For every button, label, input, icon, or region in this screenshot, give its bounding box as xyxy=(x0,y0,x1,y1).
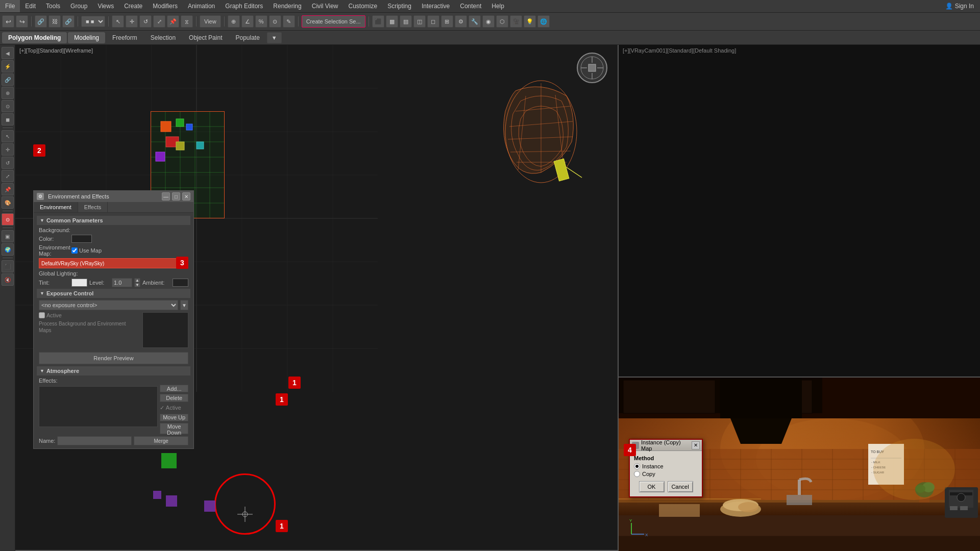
menu-tools[interactable]: Tools xyxy=(41,0,65,12)
menu-customize[interactable]: Customize xyxy=(344,0,383,12)
angle-snap[interactable]: ∠ xyxy=(241,15,254,28)
sb-btn1[interactable]: ◀ xyxy=(2,47,14,59)
menu-help[interactable]: Help xyxy=(486,0,509,12)
level-input[interactable] xyxy=(112,278,132,287)
menu-create[interactable]: Create xyxy=(119,0,148,12)
tb-icon3[interactable]: ▤ xyxy=(400,15,412,28)
bind-btn[interactable]: 🔗 xyxy=(62,15,75,28)
sb-btn16[interactable]: 🔇 xyxy=(2,273,14,286)
menu-group[interactable]: Group xyxy=(65,0,92,12)
sb-btn10[interactable]: ⤢ xyxy=(2,170,14,182)
menu-interactive[interactable]: Interactive xyxy=(416,0,455,12)
use-map-input[interactable] xyxy=(71,247,78,254)
sb-btn4[interactable]: ⊕ xyxy=(2,87,14,99)
sb-btn5[interactable]: ⊙ xyxy=(2,100,14,112)
ambient-swatch[interactable] xyxy=(173,279,188,287)
menu-rendering[interactable]: Rendering xyxy=(268,0,306,12)
tb-icon8[interactable]: 🔧 xyxy=(469,15,481,28)
sb-btn13[interactable]: ▣ xyxy=(2,230,14,242)
tint-swatch[interactable] xyxy=(71,279,87,287)
tab-modeling[interactable]: Modeling xyxy=(68,32,105,43)
sb-btn9[interactable]: ↺ xyxy=(2,157,14,169)
ok-button[interactable]: OK xyxy=(639,481,665,492)
redo-btn[interactable]: ↪ xyxy=(16,15,28,28)
tb-icon2[interactable]: ▦ xyxy=(386,15,398,28)
menu-animation[interactable]: Animation xyxy=(183,0,220,12)
delete-btn[interactable]: Delete xyxy=(160,394,188,402)
atmosphere-header[interactable]: Atmosphere xyxy=(37,366,190,375)
sb-btn7[interactable]: ↖ xyxy=(2,130,14,142)
color-swatch[interactable] xyxy=(71,235,92,243)
sb-btn12[interactable]: 🎨 xyxy=(2,196,14,209)
move-up-btn[interactable]: Move Up xyxy=(160,414,188,421)
sb-btn15[interactable]: ⬛ xyxy=(2,260,14,272)
panel-titlebar[interactable]: ⚙ Environment and Effects — □ ✕ xyxy=(34,191,193,202)
tb-icon11[interactable]: 🎥 xyxy=(510,15,522,28)
tab-freeform[interactable]: Freeform xyxy=(106,32,143,43)
tb-icon9[interactable]: ◉ xyxy=(482,15,495,28)
menu-edit[interactable]: Edit xyxy=(20,0,41,12)
panel-minimize[interactable]: — xyxy=(162,192,170,201)
menu-civil-view[interactable]: Civil View xyxy=(307,0,344,12)
use-map-checkbox[interactable]: Use Map xyxy=(71,247,102,254)
menu-scripting[interactable]: Scripting xyxy=(382,0,416,12)
menu-graph-editors[interactable]: Graph Editors xyxy=(220,0,268,12)
level-up[interactable]: ▲ xyxy=(134,278,140,283)
mirror-btn[interactable]: ⧖ xyxy=(181,15,193,28)
exposure-select[interactable]: <no exposure control> xyxy=(39,300,178,310)
populate-options[interactable]: ▼ xyxy=(267,32,282,43)
menu-modifiers[interactable]: Modifiers xyxy=(148,0,183,12)
tb-icon12[interactable]: 💡 xyxy=(524,15,536,28)
dialog-titlebar[interactable]: Instance (Copy) Map ✕ xyxy=(630,440,702,451)
panel-restore[interactable]: □ xyxy=(172,192,180,201)
tb-icon1[interactable]: ⬛ xyxy=(372,15,384,28)
sb-btn14[interactable]: 🌍 xyxy=(2,243,14,256)
tab-object-paint[interactable]: Object Paint xyxy=(183,32,228,43)
select-btn[interactable]: ↖ xyxy=(112,15,124,28)
instance-copy-dialog[interactable]: Instance (Copy) Map ✕ Method Instance Co… xyxy=(629,439,703,497)
tb-icon6[interactable]: ⊞ xyxy=(441,15,453,28)
render-preview-btn[interactable]: Render Preview xyxy=(39,352,188,364)
sb-btn2[interactable]: ⚡ xyxy=(2,60,14,72)
exposure-arrow[interactable]: ▼ xyxy=(180,300,188,310)
menu-content[interactable]: Content xyxy=(455,0,486,12)
tab-selection[interactable]: Selection xyxy=(144,32,182,43)
unlink-btn[interactable]: ⛓ xyxy=(48,15,61,28)
name-input[interactable] xyxy=(57,436,132,445)
move-down-btn[interactable]: Move Down xyxy=(160,423,188,434)
cancel-button[interactable]: Cancel xyxy=(668,481,693,492)
merge-btn[interactable]: Merge xyxy=(134,436,188,445)
instance-radio[interactable] xyxy=(634,463,640,469)
add-btn[interactable]: Add... xyxy=(160,385,188,392)
sb-btn8[interactable]: ✛ xyxy=(2,143,14,156)
sign-in-button[interactable]: 👤 Sign In xyxy=(939,0,980,12)
percent-snap[interactable]: % xyxy=(255,15,267,28)
sb-btn11[interactable]: 📌 xyxy=(2,183,14,195)
common-params-header[interactable]: Common Parameters xyxy=(37,216,190,225)
tb-icon10[interactable]: ⬡ xyxy=(496,15,508,28)
reference-select[interactable]: ■ ■ xyxy=(81,16,105,27)
menu-file[interactable]: File xyxy=(0,0,20,12)
exposure-header[interactable]: Exposure Control xyxy=(37,289,190,298)
move-btn[interactable]: ✛ xyxy=(126,15,138,28)
map-value-btn[interactable]: DefaultVRaySky (VRaySky) xyxy=(39,258,188,268)
copy-radio[interactable] xyxy=(634,471,640,477)
undo-btn[interactable]: ↩ xyxy=(2,15,14,28)
sb-btn6[interactable]: ◼ xyxy=(2,113,14,126)
link-btn[interactable]: 🔗 xyxy=(35,15,47,28)
tab-polygon-modeling[interactable]: Polygon Modeling xyxy=(2,32,67,43)
place-btn[interactable]: 📌 xyxy=(167,15,179,28)
tab-populate[interactable]: Populate xyxy=(229,32,265,43)
right-top-viewport[interactable]: [+][VRayCam001][Standard][Default Shadin… xyxy=(619,45,980,378)
create-selection-btn[interactable]: Create Selection Se... xyxy=(302,15,365,28)
scale-btn[interactable]: ⤢ xyxy=(153,15,165,28)
tb-icon7[interactable]: ⚙ xyxy=(455,15,467,28)
edit-snap[interactable]: ✎ xyxy=(283,15,295,28)
env-tab[interactable]: Environment xyxy=(34,202,78,212)
dialog-close-btn[interactable]: ✕ xyxy=(692,441,700,449)
active-checkbox[interactable] xyxy=(39,312,45,318)
panel-close[interactable]: ✕ xyxy=(182,192,190,201)
tb-icon13[interactable]: 🌐 xyxy=(537,15,550,28)
right-bottom-viewport[interactable]: TO BUY - MILK - CHEESE - SUGAR xyxy=(619,378,980,551)
effects-tab[interactable]: Effects xyxy=(78,202,108,212)
